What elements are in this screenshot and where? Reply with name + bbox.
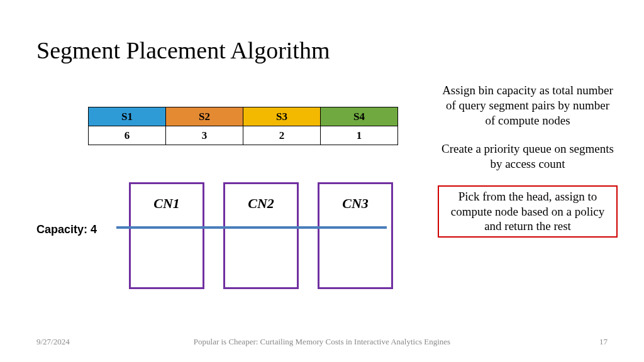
- segment-header: S3: [243, 107, 321, 126]
- segment-value: 1: [321, 126, 398, 145]
- compute-node-label: CN3: [319, 184, 391, 212]
- compute-node-label: CN1: [131, 184, 203, 212]
- table-row: S1 S2 S3 S4: [89, 107, 398, 126]
- compute-nodes-area: CN1 CN2 CN3: [129, 182, 399, 290]
- step-text: Assign bin capacity as total number of q…: [440, 83, 615, 128]
- segment-value: 3: [166, 126, 243, 145]
- segments-table: S1 S2 S3 S4 6 3 2 1: [88, 107, 398, 145]
- compute-node-box: CN2: [223, 182, 299, 289]
- step-text: Create a priority queue on segments by a…: [440, 141, 615, 172]
- capacity-label: Capacity: 4: [36, 223, 97, 236]
- segment-header: S2: [166, 107, 243, 126]
- footer-title: Popular is Cheaper: Curtailing Memory Co…: [0, 337, 644, 347]
- segment-header: S4: [321, 107, 398, 126]
- step-text-highlighted: Pick from the head, assign to compute no…: [438, 185, 618, 238]
- compute-node-box: CN1: [129, 182, 204, 289]
- steps-column: Assign bin capacity as total number of q…: [440, 83, 615, 251]
- footer-page-number: 17: [599, 337, 608, 347]
- compute-node-box: CN3: [318, 182, 393, 289]
- compute-node-label: CN2: [225, 184, 297, 212]
- connector-line: [116, 226, 387, 229]
- segment-header: S1: [89, 107, 166, 126]
- segment-value: 2: [243, 126, 321, 145]
- segment-value: 6: [89, 126, 166, 145]
- table-row: 6 3 2 1: [89, 126, 398, 145]
- slide-title: Segment Placement Algorithm: [36, 36, 330, 64]
